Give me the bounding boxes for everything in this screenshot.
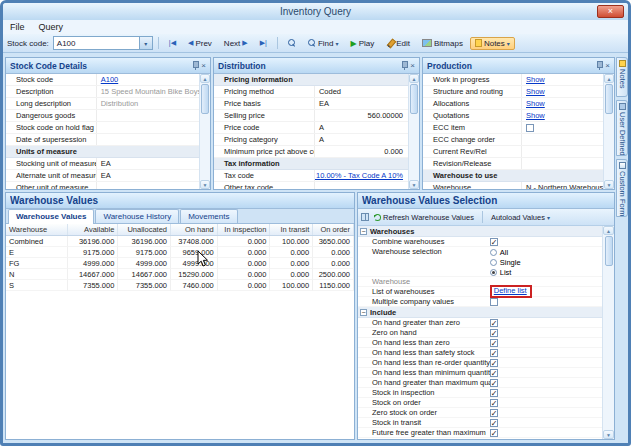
combo-dropdown-icon[interactable]: ▾ <box>139 37 152 49</box>
column-header[interactable]: On order <box>313 224 354 235</box>
scrollbar[interactable]: ▲ ▼ <box>603 74 614 189</box>
value-link[interactable]: Show <box>526 74 545 85</box>
value-link[interactable]: Show <box>526 110 545 121</box>
next-button[interactable]: Next▶ <box>219 37 253 50</box>
scrollbar[interactable]: ▲ ▼ <box>199 74 210 189</box>
table-cell: 15290.000 <box>171 269 218 280</box>
bitmaps-button[interactable]: Bitmaps <box>417 37 468 50</box>
find-button[interactable]: Find▾ <box>303 37 344 50</box>
table-row[interactable]: E9175.0009175.0009659.0000.0000.0000.000 <box>6 247 354 258</box>
define-list-link[interactable]: Define list <box>494 286 527 295</box>
panel-close-icon[interactable]: × <box>201 62 206 70</box>
column-header[interactable]: On hand <box>171 224 218 235</box>
tab-movements[interactable]: Movements <box>180 209 237 223</box>
pin-icon[interactable] <box>596 61 602 70</box>
pin-icon[interactable] <box>401 61 407 70</box>
side-tab-notes[interactable]: Notes <box>616 57 628 97</box>
scroll-thumb[interactable] <box>410 84 418 114</box>
column-header[interactable]: In inspection <box>218 224 271 235</box>
value-link[interactable]: A - 10.00% - Tax Code A 10% <box>315 170 403 181</box>
radio-button[interactable] <box>490 269 497 276</box>
close-button[interactable]: × <box>597 5 624 18</box>
section-header[interactable]: −Include <box>358 307 602 318</box>
scroll-up-icon[interactable]: ▲ <box>604 74 614 83</box>
checkbox[interactable]: ✓ <box>490 389 498 397</box>
tab-warehouse-history[interactable]: Warehouse History <box>95 209 179 223</box>
pin-icon[interactable] <box>192 61 198 70</box>
checkbox[interactable]: ✓ <box>490 419 498 427</box>
panel-close-icon[interactable]: × <box>605 62 610 70</box>
radio-option[interactable]: All <box>490 247 508 257</box>
scroll-down-icon[interactable]: ▼ <box>604 180 614 189</box>
radio-option[interactable]: List <box>490 267 512 277</box>
checkbox[interactable]: ✓ <box>490 379 498 387</box>
menu-file[interactable]: File <box>3 20 32 34</box>
value-link[interactable]: Show <box>526 86 545 97</box>
title-bar[interactable]: Inventory Query × <box>3 3 628 20</box>
table-row[interactable]: S7355.0007355.0007460.0000.000100.000115… <box>6 280 354 291</box>
checkbox[interactable]: ✓ <box>490 339 498 347</box>
radio-option[interactable]: Single <box>490 257 521 267</box>
highlight-box: Define list <box>490 285 532 298</box>
column-header[interactable]: Unallocated <box>118 224 171 235</box>
collapse-icon[interactable]: − <box>360 228 367 235</box>
scroll-up-icon[interactable]: ▲ <box>200 74 210 83</box>
checkbox[interactable]: ✓ <box>490 399 498 407</box>
column-header[interactable]: Available <box>68 224 119 235</box>
section-header[interactable]: −Warehouses <box>358 226 602 237</box>
side-tab-custom-form[interactable]: Custom Form <box>616 159 628 217</box>
checkbox[interactable]: ✓ <box>490 409 498 417</box>
selection-control: ✓ <box>490 339 602 347</box>
stock-code-combo[interactable]: A100 ▾ <box>53 36 153 50</box>
scrollbar[interactable]: ▲ ▼ <box>602 226 614 439</box>
autoload-values-button[interactable]: Autoload Values ▾ <box>489 212 552 223</box>
tab-warehouse-values[interactable]: Warehouse Values <box>8 209 94 224</box>
autoload-dropdown-icon[interactable]: ▾ <box>547 214 550 221</box>
checkbox[interactable]: ✓ <box>490 359 498 367</box>
play-button[interactable]: ▶Play <box>345 37 379 50</box>
table-row[interactable]: N14667.00014667.00015290.0000.0000.00025… <box>6 269 354 280</box>
scroll-down-icon[interactable]: ▼ <box>409 180 419 189</box>
prev-button[interactable]: ◀Prev <box>183 37 217 50</box>
last-record-button[interactable]: ▶| <box>255 37 272 49</box>
collapse-icon[interactable]: − <box>360 309 367 316</box>
menu-query[interactable]: Query <box>32 20 71 34</box>
scroll-down-icon[interactable]: ▼ <box>200 180 210 189</box>
scroll-down-icon[interactable]: ▼ <box>603 430 614 439</box>
stock-code-details-panel: Stock Code Details × Stock codeA100Descr… <box>5 57 211 190</box>
checkbox[interactable] <box>526 124 534 132</box>
checkbox[interactable]: ✓ <box>490 369 498 377</box>
panel-close-icon[interactable]: × <box>410 62 415 70</box>
radio-button[interactable] <box>490 259 497 266</box>
notes-dropdown-icon[interactable]: ▾ <box>507 40 510 47</box>
refresh-warehouse-values-button[interactable]: Refresh Warehouse Values <box>372 212 476 223</box>
value-link[interactable]: A100 <box>101 74 119 85</box>
scrollbar[interactable]: ▲ ▼ <box>408 74 419 189</box>
table-row[interactable]: Combined36196.00036196.00037408.0000.000… <box>6 236 354 247</box>
column-header[interactable]: In transit <box>270 224 313 235</box>
checkbox[interactable] <box>490 298 498 306</box>
scroll-thumb[interactable] <box>605 236 613 266</box>
column-header[interactable]: Warehouse <box>6 224 68 235</box>
checkbox[interactable]: ✓ <box>490 429 498 437</box>
table-row[interactable]: FG4999.0004999.0004999.0000.0000.0000.00… <box>6 258 354 269</box>
side-tab-user-defined[interactable]: User Defined <box>616 100 628 156</box>
scroll-thumb[interactable] <box>605 84 613 114</box>
first-record-button[interactable]: |◀ <box>164 37 181 49</box>
checkbox[interactable]: ✓ <box>490 319 498 327</box>
value-link[interactable]: Show <box>526 98 545 109</box>
notes-button[interactable]: Notes▾ <box>470 37 515 50</box>
scroll-up-icon[interactable]: ▲ <box>409 74 419 83</box>
zoom-button[interactable] <box>283 37 301 49</box>
selection-row: Multiple company values <box>358 297 602 307</box>
checkbox[interactable]: ✓ <box>490 349 498 357</box>
scroll-up-icon[interactable]: ▲ <box>603 226 614 235</box>
radio-button[interactable] <box>490 249 497 256</box>
checkbox[interactable]: ✓ <box>490 329 498 337</box>
checkbox[interactable]: ✓ <box>490 238 498 246</box>
scroll-thumb[interactable] <box>201 84 209 114</box>
stock-code-value[interactable]: A100 <box>54 39 139 48</box>
edit-button[interactable]: Edit <box>381 37 415 50</box>
property-value: Show <box>522 86 603 97</box>
find-dropdown-icon[interactable]: ▾ <box>335 40 338 47</box>
